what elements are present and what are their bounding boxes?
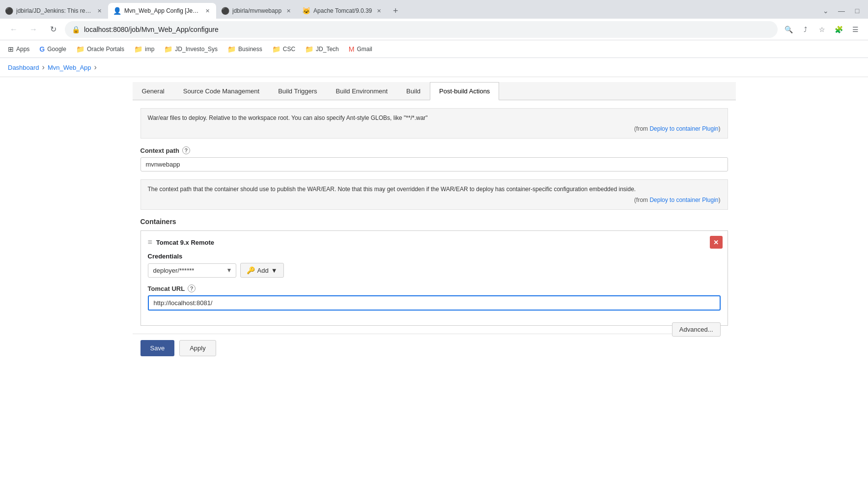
save-button[interactable]: Save [140,340,175,356]
bottom-buttons: Save Apply [133,334,672,362]
security-icon: 🔒 [72,26,80,33]
context-path-group: Context path ? [140,146,728,171]
url-bar[interactable]: 🔒 localhost:8080/job/Mvn_Web_App/configu… [65,21,778,38]
breadcrumb-sep1: › [42,63,45,72]
bookmark-business[interactable]: 📁 Business [224,43,266,55]
tomcat-url-group: Tomcat URL ? [148,285,721,311]
bookmarks-bar: ⊞ Apps G Google 📁 Oracle Portals 📁 imp 📁… [0,40,868,58]
add-dropdown-icon: ▼ [271,267,278,274]
config-area: General Source Code Management Build Tri… [125,77,744,367]
window-controls: ⌄ — □ [819,3,868,19]
bookmark-jd-tech-label: JD_Tech [316,46,339,53]
bookmark-apps[interactable]: ⊞ Apps [4,43,33,55]
url-text: localhost:8080/job/Mvn_Web_App/configure [84,26,771,33]
war-deploy-plugin-link[interactable]: Deploy to container Plugin [649,125,718,132]
more-tabs-btn[interactable]: ⌄ [819,4,833,18]
tab-jdbirla-jenkins[interactable]: ⚫ jdbirla/JD_Jenkins: This reposito... ✕ [0,3,108,19]
tab-title-mvn: jdbirla/mvnwebapp [232,7,281,14]
tab-scm[interactable]: Source Code Management [174,82,269,100]
tab-mvn-web-app-config[interactable]: 👤 Mvn_Web_App Config [Jenkins] ✕ [108,3,216,19]
context-path-label: Context path [140,147,179,154]
context-path-label-row: Context path ? [140,146,728,154]
github-tab-icon: ⚫ [5,7,13,15]
credentials-label: Credentials [148,253,721,260]
bookmark-csc-label: CSC [283,46,295,53]
page-content: Dashboard › Mvn_Web_App › General Source… [0,58,868,484]
person-tab-icon: 👤 [113,7,121,15]
bookmark-imp[interactable]: 📁 imp [130,43,158,55]
tab-title: jdbirla/JD_Jenkins: This reposito... [16,7,92,14]
tab-build-env[interactable]: Build Environment [327,82,397,100]
tab-close-tomcat-btn[interactable]: ✕ [375,7,383,15]
bookmark-apps-label: Apps [16,46,29,53]
folder-icon-business: 📁 [227,45,236,53]
apps-grid-icon: ⊞ [8,45,14,53]
bookmark-oracle-portals[interactable]: 📁 Oracle Portals [72,43,128,55]
search-btn[interactable]: 🔍 [782,23,795,36]
tab-post-build[interactable]: Post-build Actions [430,82,499,100]
bookmark-star-btn[interactable]: ☆ [815,23,829,36]
credentials-group: Credentials deployer/****** ▼ 🔑 Add [148,253,721,278]
breadcrumb: Dashboard › Mvn_Web_App › [0,58,868,77]
context-path-input[interactable] [140,157,728,171]
tomcat-url-input[interactable] [148,295,721,311]
minimize-btn[interactable]: — [835,4,848,18]
breadcrumb-sep2: › [94,63,97,72]
github-tab-icon2: ⚫ [221,7,229,15]
container-card: ✕ ≡ Tomcat 9.x Remote Credentials deploy… [140,230,728,326]
tab-build[interactable]: Build [397,82,430,100]
add-credentials-btn[interactable]: 🔑 Add ▼ [240,263,284,278]
bookmark-google[interactable]: G Google [35,43,70,55]
tab-title-active: Mvn_Web_App Config [Jenkins] [124,7,200,14]
reload-btn[interactable]: ↻ [45,22,61,37]
tab-general[interactable]: General [133,82,174,100]
remove-container-btn[interactable]: ✕ [710,236,723,249]
add-btn-label: Add [257,267,269,274]
extensions-btn[interactable]: 🧩 [832,23,845,36]
key-icon: 🔑 [247,266,255,274]
tomcat-url-help-icon[interactable]: ? [188,285,196,292]
tab-close-mvn-btn[interactable]: ✕ [284,7,292,15]
folder-icon-oracle: 📁 [76,45,84,53]
containers-label: Containers [140,218,728,226]
bookmark-imp-label: imp [145,46,154,53]
menu-btn[interactable]: ☰ [848,23,862,36]
breadcrumb-dashboard[interactable]: Dashboard [8,64,39,71]
google-icon: G [39,45,45,53]
tab-close-btn[interactable]: ✕ [95,7,103,15]
advanced-btn[interactable]: Advanced... [672,322,721,337]
bookmark-gmail[interactable]: M Gmail [345,43,376,55]
maximize-btn[interactable]: □ [850,4,864,18]
bookmark-jd-tech[interactable]: 📁 JD_Tech [301,43,343,55]
context-path-help-icon[interactable]: ? [182,146,190,154]
credentials-select-wrapper: deployer/****** ▼ [148,263,236,278]
folder-icon-jd-investo: 📁 [164,45,172,53]
credentials-row: deployer/****** ▼ 🔑 Add ▼ [148,263,721,278]
config-tabs: General Source Code Management Build Tri… [133,82,736,100]
folder-icon-jd-tech: 📁 [305,45,313,53]
container-title: Tomcat 9.x Remote [156,239,214,246]
bookmark-jd-investo-sys[interactable]: 📁 JD_Investo_Sys [160,43,222,55]
apply-button[interactable]: Apply [179,340,216,356]
bookmark-business-label: Business [238,46,262,53]
tab-jdbirla-mvnwebapp[interactable]: ⚫ jdbirla/mvnwebapp ✕ [216,3,297,19]
bookmark-oracle-label: Oracle Portals [87,46,124,53]
drag-handle-icon: ≡ [148,238,152,247]
context-help-block: The context path that the container shou… [140,179,728,210]
tab-bar: ⚫ jdbirla/JD_Jenkins: This reposito... ✕… [0,0,868,19]
share-btn[interactable]: ⤴ [798,23,812,36]
tab-build-triggers[interactable]: Build Triggers [269,82,326,100]
bookmark-csc[interactable]: 📁 CSC [268,43,299,55]
credentials-select[interactable]: deployer/****** [148,263,236,278]
back-btn[interactable]: ← [6,22,22,37]
tab-apache-tomcat[interactable]: 🐱 Apache Tomcat/9.0.39 ✕ [297,3,388,19]
tab-title-tomcat: Apache Tomcat/9.0.39 [313,7,372,14]
breadcrumb-mvn-web-app[interactable]: Mvn_Web_App [48,64,91,71]
container-header: ≡ Tomcat 9.x Remote [148,238,721,247]
new-tab-btn[interactable]: + [388,3,403,19]
form-section: War/ear files to deploy. Relative to the… [133,100,736,334]
tab-close-active-btn[interactable]: ✕ [203,7,211,15]
context-deploy-plugin-link[interactable]: Deploy to container Plugin [649,197,718,203]
forward-btn[interactable]: → [26,22,41,37]
war-help-block: War/ear files to deploy. Relative to the… [140,108,728,139]
